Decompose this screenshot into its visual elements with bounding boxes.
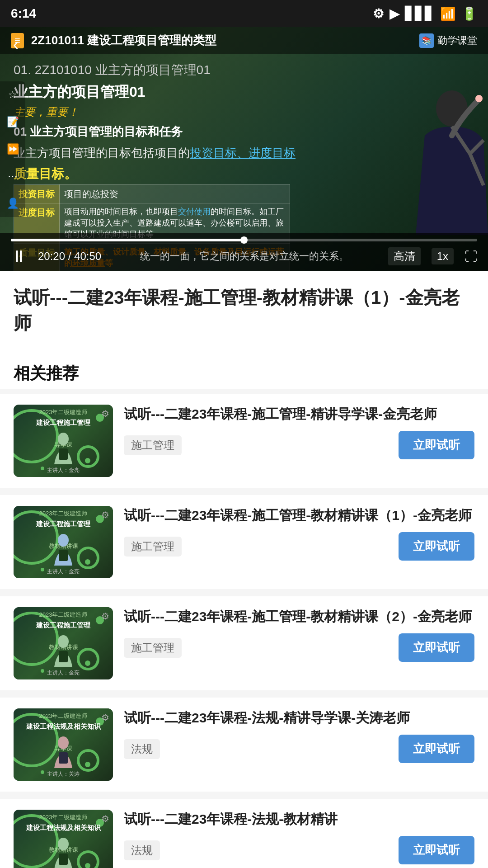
speed-side-icon[interactable]: ⏩ — [4, 140, 22, 158]
avatar-icon[interactable]: 👤 — [4, 194, 22, 212]
signal-icon: ▋▋▋ — [405, 6, 435, 21]
trial-button-1[interactable]: 立即试听 — [399, 431, 474, 459]
thumb-gear-icon: ⚙ — [101, 712, 109, 723]
video-main-title: 试听---二建23年课程-施工管理-教材精讲课（1）-金亮老师 — [14, 285, 474, 335]
thumb-course-type: 建设工程施工管理 — [14, 519, 113, 528]
svg-rect-6 — [59, 550, 68, 561]
thumb-gear-icon: ⚙ — [101, 611, 109, 622]
course-footer-3: 施工管理 立即试听 — [124, 633, 474, 662]
svg-point-9 — [58, 736, 69, 749]
course-tag-3: 施工管理 — [124, 638, 182, 658]
fullscreen-button[interactable]: ⛶ — [465, 249, 477, 264]
svg-point-5 — [58, 534, 69, 547]
video-right-controls: 高清 1x ⛶ — [388, 247, 477, 265]
thumb-course-type: 建设工程法规及相关知识 — [14, 722, 113, 731]
progress-fill — [11, 239, 244, 241]
svg-point-3 — [58, 433, 69, 445]
quality-button[interactable]: 高清 — [388, 247, 421, 265]
battery-icon: 🔋 — [461, 6, 477, 21]
more-icon[interactable]: ⋯ — [4, 167, 22, 185]
course-tag-5: 法规 — [124, 840, 160, 860]
section-heading: 相关推荐 — [0, 354, 488, 389]
svg-rect-12 — [59, 854, 68, 865]
thumb-person-svg — [50, 635, 77, 667]
subtitle-preview: 统一的一面，它之间的关系是对立统一的关系。 — [101, 250, 388, 263]
course-tag-1: 施工管理 — [124, 435, 182, 455]
progress-dot — [240, 236, 248, 244]
course-footer-4: 法规 立即试听 — [124, 735, 474, 763]
deco-dot-2 — [85, 559, 90, 565]
thumb-person-svg — [50, 736, 77, 768]
course-info-4: 试听---二建23年课程-法规-精讲导学课-关涛老师 法规 立即试听 — [124, 708, 474, 763]
course-thumbnail-3: 2023年二级建造师 建设工程施工管理 教材精讲课 主讲人：金亮 ⚙ — [14, 607, 113, 679]
thumb-gear-icon: ⚙ — [101, 408, 109, 419]
course-footer-2: 施工管理 立即试听 — [124, 532, 474, 561]
thumb-instructor: 主讲人：金亮 — [14, 669, 113, 677]
course-name-4: 试听---二建23年课程-法规-精讲导学课-关涛老师 — [124, 708, 474, 727]
video-player[interactable]: 01. 2Z101010 业主方的项目管理01 业主方的项目管理01 主要，重要… — [0, 27, 488, 271]
thumb-instructor: 主讲人：金亮 — [14, 467, 113, 474]
main-content: 试听---二建23年课程-施工管理-教材精讲课（1）-金亮老师 — [0, 271, 488, 354]
svg-point-7 — [58, 635, 69, 648]
teacher-figure — [352, 72, 488, 235]
wifi-icon: 📶 — [440, 6, 456, 21]
course-info-1: 试听---二建23年课程-施工管理-精讲导学课-金亮老师 施工管理 立即试听 — [124, 405, 474, 459]
video-bottom-bar[interactable]: ⏸ 20:20 / 40:50 统一的一面，它之间的关系是对立统一的关系。 高清… — [0, 233, 488, 271]
course-info-2: 试听---二建23年课程-施工管理-教材精讲课（1）-金亮老师 施工管理 立即试… — [124, 506, 474, 561]
video-top-bar: ≡ 2Z101011 建设工程项目管理的类型 📚 勤学课堂 — [0, 27, 488, 54]
thumb-person-svg — [50, 838, 77, 868]
svg-rect-4 — [59, 448, 68, 460]
course-thumbnail-2: 2023年二级建造师 建设工程施工管理 教材精讲课 主讲人：金亮 ⚙ — [14, 506, 113, 578]
course-item-4: 2023年二级建造师 建设工程法规及相关知识 导学课 主讲人：关涛 ⚙ 试听--… — [0, 698, 488, 792]
thumb-year: 2023年二级建造师 — [14, 712, 113, 720]
course-thumbnail-5: 2023年二级建造师 建设工程法规及相关知识 教材精讲课 主讲人：关涛 ⚙ — [14, 810, 113, 868]
course-tag-4: 法规 — [124, 739, 160, 759]
course-thumbnail-4: 2023年二级建造师 建设工程法规及相关知识 导学课 主讲人：关涛 ⚙ — [14, 708, 113, 781]
course-name-3: 试听---二建23年课程-施工管理-教材精讲课（2）-金亮老师 — [124, 607, 474, 626]
thumb-person-svg — [50, 433, 77, 464]
video-side-icons: ☆ 📝 ⏩ ⋯ 👤 — [0, 81, 25, 217]
trial-button-5[interactable]: 立即试听 — [399, 836, 474, 864]
brand-icon: 📚 — [419, 33, 434, 48]
course-item-5: 2023年二级建造师 建设工程法规及相关知识 教材精讲课 主讲人：关涛 ⚙ 试听… — [0, 799, 488, 868]
deco-dot-2 — [85, 660, 90, 666]
thumb-instructor: 主讲人：关涛 — [14, 770, 113, 778]
course-info-5: 试听---二建23年课程-法规-教材精讲 法规 立即试听 — [124, 810, 474, 864]
course-tag-2: 施工管理 — [124, 537, 182, 557]
course-item-3: 2023年二级建造师 建设工程施工管理 教材精讲课 主讲人：金亮 ⚙ 试听---… — [0, 596, 488, 690]
svg-point-2 — [475, 95, 483, 102]
note-icon[interactable]: 📝 — [4, 113, 22, 131]
back-button[interactable]: ‹ — [5, 33, 27, 56]
svg-rect-10 — [59, 752, 68, 764]
bookmark-icon[interactable]: ☆ — [4, 86, 22, 104]
speed-button[interactable]: 1x — [432, 248, 454, 264]
trial-button-3[interactable]: 立即试听 — [399, 633, 474, 662]
course-item-2: 2023年二级建造师 建设工程施工管理 教材精讲课 主讲人：金亮 ⚙ 试听---… — [0, 495, 488, 589]
course-name-1: 试听---二建23年课程-施工管理-精讲导学课-金亮老师 — [124, 405, 474, 424]
progress-area[interactable] — [11, 239, 477, 241]
deco-dot-2 — [85, 762, 90, 767]
thumb-gear-icon: ⚙ — [101, 813, 109, 824]
course-name-2: 试听---二建23年课程-施工管理-教材精讲课（1）-金亮老师 — [124, 506, 474, 525]
course-item-1: 2023年二级建造师 建设工程施工管理 导学课 主讲人：金亮 ⚙ 试听---二建… — [0, 394, 488, 488]
course-list: 2023年二级建造师 建设工程施工管理 导学课 主讲人：金亮 ⚙ 试听---二建… — [0, 389, 488, 868]
course-footer-1: 施工管理 立即试听 — [124, 431, 474, 459]
trial-button-4[interactable]: 立即试听 — [399, 735, 474, 763]
video-chapter-title: 2Z101011 建设工程项目管理的类型 — [31, 33, 216, 48]
thumb-person-svg — [50, 534, 77, 566]
status-bar: 6:14 ⚙ ▶ ▋▋▋ 📶 🔋 — [0, 0, 488, 27]
svg-point-11 — [58, 838, 69, 850]
thumb-year: 2023年二级建造师 — [14, 611, 113, 619]
trial-button-2[interactable]: 立即试听 — [399, 532, 474, 561]
status-icons: ⚙ ▶ ▋▋▋ 📶 🔋 — [373, 6, 477, 21]
thumb-year: 2023年二级建造师 — [14, 509, 113, 518]
course-thumbnail-1: 2023年二级建造师 建设工程施工管理 导学课 主讲人：金亮 ⚙ — [14, 405, 113, 477]
pause-button[interactable]: ⏸ — [11, 247, 27, 266]
course-info-3: 试听---二建23年课程-施工管理-教材精讲课（2）-金亮老师 施工管理 立即试… — [124, 607, 474, 662]
settings-icon: ⚙ — [373, 6, 384, 21]
deco-dot-2 — [85, 458, 90, 463]
course-name-5: 试听---二建23年课程-法规-教材精讲 — [124, 810, 474, 829]
progress-track[interactable] — [11, 239, 477, 241]
time-display: 20:20 / 40:50 — [38, 250, 101, 263]
svg-rect-8 — [59, 651, 68, 662]
